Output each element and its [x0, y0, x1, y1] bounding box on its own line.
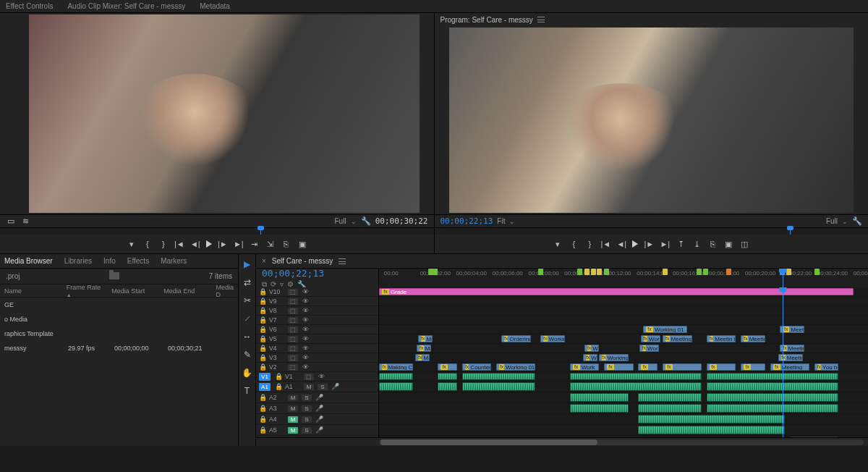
video-clip[interactable]: fxMeeting 01 [778, 354, 803, 361]
selection-tool-icon[interactable]: ▶ [242, 258, 253, 270]
step-back-icon[interactable]: ◄| [616, 239, 626, 249]
col-name[interactable]: Name [0, 287, 62, 295]
razor-tool-icon[interactable]: ⟋ [242, 313, 253, 324]
audio-clip[interactable] [638, 426, 785, 434]
video-clip[interactable]: fxMak [415, 354, 430, 361]
timeline-timecode[interactable]: 00;00;22;13 [262, 268, 378, 279]
sequence-marker[interactable] [703, 269, 708, 275]
track-area[interactable]: fxGradefxWorking 01fxMeetfxMakfxOrdering… [379, 287, 868, 437]
video-clip[interactable]: fxWork [584, 345, 599, 352]
video-lane[interactable] [379, 316, 868, 325]
project-row[interactable]: messsy29.97 fps00;00;00;0000;00;30;21 [0, 341, 238, 355]
tab-markers[interactable]: Markers [161, 257, 187, 265]
video-clip[interactable]: fxCounter S [462, 363, 492, 371]
program-zoom-select[interactable]: Fit [497, 217, 505, 225]
video-lane[interactable] [379, 372, 868, 382]
video-track-header[interactable]: 🔒V7⬚👁 [256, 316, 378, 325]
mark-in-icon[interactable]: { [142, 239, 153, 249]
sequence-tab[interactable]: × Self Care - messsy [256, 254, 868, 269]
adjustment-layer-clip[interactable]: fxGrade [379, 288, 854, 295]
tab-media-browser[interactable]: Media Browser [4, 257, 53, 265]
video-clip[interactable]: fxMaking C [379, 363, 413, 371]
audio-lane[interactable] [379, 382, 868, 392]
video-clip[interactable]: fxMeeting [770, 363, 809, 371]
video-clip[interactable]: fxWorking 01 [643, 326, 687, 333]
audio-clip[interactable] [707, 393, 839, 402]
video-clip[interactable]: fxMak [417, 345, 431, 352]
video-clip[interactable]: fxWork [583, 354, 597, 361]
folder-icon[interactable] [109, 272, 119, 279]
timeline-zoom-bar[interactable] [256, 437, 868, 446]
video-clip[interactable]: fxMeet [780, 326, 804, 333]
step-forward-icon[interactable]: |► [218, 239, 228, 249]
camera-icon[interactable]: ▣ [723, 239, 733, 249]
video-clip[interactable]: fxYou be [814, 363, 839, 371]
export-frame-icon[interactable]: ⎘ [281, 239, 292, 249]
video-lane[interactable]: fxMakfxOrderingfxWorkingfxWorkfxMeeting … [379, 334, 868, 344]
source-zoom-select[interactable]: Full [335, 217, 346, 225]
audio-clip[interactable] [707, 382, 839, 391]
video-lane[interactable] [379, 306, 868, 316]
video-clip[interactable]: fx [741, 363, 765, 371]
video-clip[interactable]: fxMeeting 01 [780, 345, 804, 352]
audio-clip[interactable] [438, 382, 457, 391]
audio-lane[interactable] [379, 414, 868, 425]
audio-clip[interactable] [570, 404, 629, 413]
video-clip[interactable]: fxMak [418, 335, 433, 342]
program-timecode[interactable]: 00;00;22;13 [441, 216, 493, 226]
sequence-marker[interactable] [591, 269, 596, 275]
track-select-tool-icon[interactable]: ⇄ [242, 277, 253, 288]
source-scrub-bar[interactable] [0, 227, 434, 235]
video-clip[interactable]: fxMeeting 03 [741, 335, 765, 342]
video-track-header[interactable]: 🔒V5⬚👁 [256, 334, 378, 344]
step-forward-icon[interactable]: |► [644, 239, 654, 249]
video-track-header[interactable]: 🔒V2⬚👁 [256, 363, 378, 372]
video-lane[interactable]: fxWorking 01fxMeet [379, 325, 868, 334]
video-clip[interactable]: fxWork [570, 363, 600, 371]
audio-clip[interactable] [462, 382, 535, 391]
tab-metadata[interactable]: Metadata [200, 2, 230, 10]
go-to-in-icon[interactable]: |◄ [600, 239, 610, 249]
col-media-start[interactable]: Media Start [107, 287, 159, 295]
sequence-marker[interactable] [597, 269, 602, 275]
sequence-marker[interactable] [814, 269, 820, 275]
insert-icon[interactable]: ⇥ [250, 239, 260, 249]
video-track-header[interactable]: 🔒V4⬚👁 [256, 344, 378, 353]
audio-clip[interactable] [707, 404, 839, 413]
go-to-out-icon[interactable]: ►| [234, 239, 244, 249]
sequence-marker[interactable] [697, 269, 702, 275]
step-back-icon[interactable]: ◄| [190, 239, 200, 249]
video-lane[interactable] [379, 297, 868, 306]
pen-tool-icon[interactable]: ✎ [242, 349, 253, 361]
lift-icon[interactable]: ⤒ [676, 239, 686, 249]
project-row[interactable]: GE [0, 298, 238, 312]
sequence-marker[interactable] [584, 269, 590, 275]
source-view[interactable] [29, 14, 420, 213]
video-clip[interactable]: fx [438, 363, 457, 371]
program-playhead[interactable] [790, 228, 791, 235]
video-lane[interactable]: fxMaking CfxfxCounter SfxWorking 01fxWor… [379, 363, 868, 372]
sequence-marker[interactable] [780, 269, 785, 275]
sequence-marker[interactable] [726, 269, 731, 275]
sequence-marker[interactable] [786, 269, 791, 275]
audio-clip[interactable] [438, 373, 457, 380]
export-frame-icon[interactable]: ⎘ [707, 239, 718, 249]
add-marker-icon[interactable]: ▾ [127, 239, 137, 249]
video-clip[interactable]: fxWorking 01 [496, 363, 535, 371]
video-track-header[interactable]: 🔒V3⬚👁 [256, 353, 378, 363]
video-clip[interactable]: fxWorking [540, 335, 565, 342]
tab-effects[interactable]: Effects [127, 257, 149, 265]
audio-clip[interactable] [570, 373, 702, 380]
video-clip[interactable]: fxOrdering [501, 335, 531, 342]
slip-tool-icon[interactable]: ↔ [242, 331, 253, 342]
video-clip[interactable]: fxWork [639, 345, 659, 352]
sequence-marker[interactable] [433, 269, 438, 275]
video-track-header[interactable]: 🔒V8⬚👁 [256, 306, 378, 316]
video-clip[interactable]: fxMeetin 01 [707, 335, 736, 342]
audio-track-header[interactable]: A1🔒A1MS🎤 [256, 382, 378, 392]
video-clip[interactable]: fxMeeting 02 [663, 335, 692, 342]
go-to-in-icon[interactable]: |◄ [174, 239, 184, 249]
audio-lane[interactable] [379, 392, 868, 403]
audio-track-header[interactable]: 🔒A2MS🎤 [256, 392, 378, 403]
source-drag-video-icon[interactable]: ▭ [6, 216, 16, 227]
